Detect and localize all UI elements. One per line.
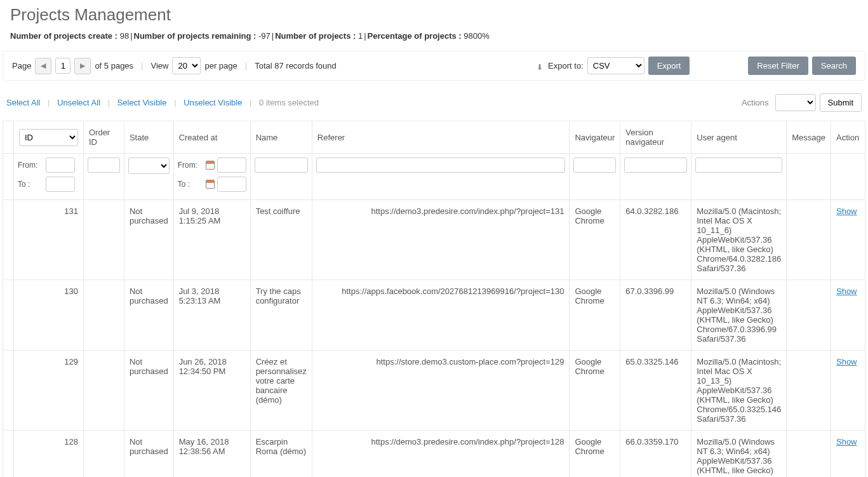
- cell-message: [787, 280, 831, 351]
- page-title: Projects Management: [0, 0, 868, 29]
- cell-state: Not purchased: [124, 351, 173, 431]
- table-row: 131Not purchasedJul 9, 2018 1:15:25 AMTe…: [3, 200, 865, 280]
- state-filter-select[interactable]: [128, 158, 170, 174]
- cell-action: Show: [831, 280, 865, 351]
- controls-bar: Page ◀ ▶ of 5 pages | View 20 per page |…: [3, 51, 865, 81]
- next-page-button[interactable]: ▶: [74, 58, 91, 74]
- col-navigateur[interactable]: Navigateur: [570, 121, 620, 154]
- cell-version: 66.0.3359.170: [620, 431, 691, 478]
- cell-version: 64.0.3282.186: [620, 200, 691, 280]
- unselect-all-link[interactable]: Unselect All: [57, 98, 100, 107]
- cell-user-agent: Mozilla/5.0 (Windows NT 6.3; Win64; x64)…: [691, 431, 787, 478]
- referer-filter-input[interactable]: [316, 158, 566, 173]
- per-page-label: per page: [204, 61, 237, 71]
- show-link[interactable]: Show: [836, 286, 857, 296]
- cell-id: 128: [14, 431, 84, 478]
- per-page-select[interactable]: 20: [172, 57, 201, 74]
- select-visible-link[interactable]: Select Visible: [117, 98, 167, 107]
- cell-order-id: [83, 280, 124, 351]
- show-link[interactable]: Show: [836, 357, 857, 366]
- created-to-input[interactable]: [217, 177, 246, 192]
- cell-navigateur: Google Chrome: [570, 431, 620, 478]
- col-user-agent[interactable]: User agent: [691, 121, 787, 154]
- cell-version: 67.0.3396.99: [620, 280, 691, 351]
- cell-navigateur: Google Chrome: [570, 351, 620, 431]
- cell-order-id: [83, 431, 124, 478]
- name-filter-input[interactable]: [255, 158, 308, 173]
- cell-created: Jun 26, 2018 12:34:50 PM: [173, 351, 250, 431]
- select-all-link[interactable]: Select All: [6, 98, 40, 107]
- page-input[interactable]: [55, 58, 70, 74]
- cell-id: 129: [14, 351, 84, 431]
- stats-count-label: Number of projects :: [275, 31, 356, 41]
- cell-name: Test coiffure: [250, 200, 312, 280]
- export-format-select[interactable]: CSV: [587, 57, 644, 74]
- cell-user-agent: Mozilla/5.0 (Macintosh; Intel Mac OS X 1…: [691, 200, 787, 280]
- stats-remaining-label: Number of projects remaining :: [134, 31, 257, 41]
- id-from-input[interactable]: [46, 158, 75, 173]
- navigateur-filter-input[interactable]: [573, 158, 616, 173]
- of-pages-label: of 5 pages: [95, 61, 133, 71]
- col-message[interactable]: Message: [787, 121, 831, 154]
- actions-label: Actions: [742, 98, 769, 107]
- items-selected-label: 0 items selected: [259, 98, 319, 107]
- created-to-label: To :: [178, 180, 203, 189]
- id-to-input[interactable]: [46, 177, 75, 192]
- show-link[interactable]: Show: [836, 437, 857, 447]
- calendar-icon[interactable]: [206, 161, 215, 170]
- id-sort-select[interactable]: ID: [19, 129, 78, 146]
- stats-pct-value: 9800%: [464, 31, 489, 41]
- col-referer[interactable]: Referer: [312, 121, 570, 154]
- cell-created: May 16, 2018 12:38:56 AM: [173, 431, 250, 478]
- cell-state: Not purchased: [124, 431, 173, 478]
- cell-message: [787, 431, 831, 478]
- cell-message: [787, 351, 831, 431]
- cell-name: Try the caps configurator: [250, 280, 312, 351]
- stats-create-value: 98: [120, 31, 129, 41]
- col-state[interactable]: State: [124, 121, 173, 154]
- col-id[interactable]: ID: [14, 121, 84, 154]
- cell-referer: https://demo3.predesire.com/index.php/?p…: [312, 200, 570, 280]
- page-label: Page: [12, 61, 31, 71]
- col-version[interactable]: Version navigateur: [620, 121, 691, 154]
- show-link[interactable]: Show: [836, 206, 857, 216]
- cell-referer: https://demo3.predesire.com/index.php/?p…: [312, 431, 570, 478]
- col-action: Action: [831, 121, 865, 154]
- cell-created: Jul 9, 2018 1:15:25 AM: [173, 200, 250, 280]
- search-button[interactable]: Search: [812, 57, 856, 75]
- export-label: Export to:: [548, 61, 584, 71]
- export-button[interactable]: Export: [648, 57, 690, 75]
- cell-navigateur: Google Chrome: [570, 280, 620, 351]
- cell-state: Not purchased: [124, 280, 173, 351]
- cell-action: Show: [831, 200, 865, 280]
- ua-filter-input[interactable]: [695, 158, 782, 173]
- actions-select[interactable]: [775, 94, 816, 111]
- cell-id: 131: [14, 200, 84, 280]
- stats-create-label: Number of projects create :: [10, 31, 117, 41]
- order-id-filter-input[interactable]: [88, 158, 120, 173]
- created-from-label: From:: [178, 161, 203, 170]
- created-from-input[interactable]: [217, 158, 246, 173]
- col-order-id[interactable]: Order ID: [83, 121, 124, 154]
- cell-navigateur: Google Chrome: [570, 200, 620, 280]
- stats-bar: Number of projects create : 98|Number of…: [0, 29, 868, 51]
- cell-user-agent: Mozilla/5.0 (Windows NT 6.3; Win64; x64)…: [691, 280, 787, 351]
- cell-order-id: [83, 200, 124, 280]
- cell-user-agent: Mozilla/5.0 (Macintosh; Intel Mac OS X 1…: [691, 351, 787, 431]
- table-row: 130Not purchasedJul 3, 2018 5:23:13 AMTr…: [3, 280, 865, 351]
- cell-name: Escarpin Roma (démo): [250, 431, 312, 478]
- submit-button[interactable]: Submit: [820, 93, 862, 112]
- calendar-icon[interactable]: [206, 180, 215, 189]
- reset-filter-button[interactable]: Reset Filter: [748, 57, 808, 75]
- id-to-label: To :: [18, 180, 43, 189]
- col-name[interactable]: Name: [250, 121, 312, 154]
- col-created-at[interactable]: Created at: [173, 121, 250, 154]
- unselect-visible-link[interactable]: Unselect Visible: [184, 98, 242, 107]
- stats-pct-label: Percentage of projects :: [368, 31, 462, 41]
- cell-action: Show: [831, 351, 865, 431]
- cell-message: [787, 200, 831, 280]
- download-icon: [537, 62, 544, 70]
- version-filter-input[interactable]: [624, 158, 687, 173]
- prev-page-button[interactable]: ◀: [35, 58, 51, 74]
- cell-state: Not purchased: [124, 200, 173, 280]
